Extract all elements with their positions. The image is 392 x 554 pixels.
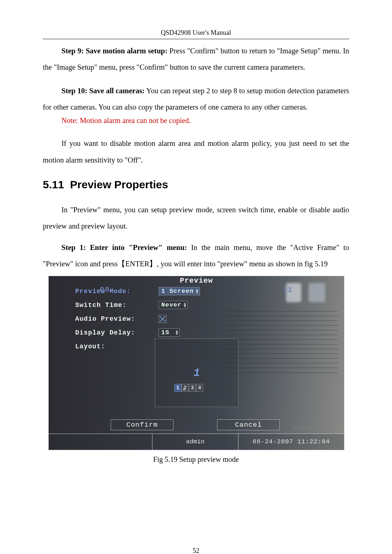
section-number: 5.11 — [43, 178, 64, 190]
select-switch-time[interactable]: Never ▲▼ — [159, 301, 188, 309]
select-value: 1 Screen — [161, 288, 194, 295]
select-value: 1S — [161, 329, 169, 336]
figure-caption: Fig 5.19 Setup preview mode — [48, 455, 344, 464]
select-value: Never — [161, 301, 181, 308]
page-number: 52 — [43, 547, 349, 554]
running-header: QSD42908 User's Manual — [43, 29, 349, 37]
spinner-icon: ▲▼ — [184, 303, 186, 308]
label-display-delay: Display Delay: — [75, 329, 155, 336]
layout-page-palette[interactable]: 1 2 3 4 — [174, 384, 203, 392]
label-switch-time: Switch Time: — [75, 301, 155, 309]
paragraph-step9: Step 9: Save motion alarm setup: Press "… — [43, 43, 349, 75]
status-user: admin — [152, 434, 238, 450]
select-preview-mode[interactable]: 1 Screen ▲▼ — [159, 287, 200, 295]
spinner-icon: ▲▼ — [196, 289, 199, 294]
checkbox-audio-preview[interactable] — [159, 315, 167, 323]
paragraph-step10: Step 10: Save all cameras: You can repea… — [43, 83, 349, 115]
step10-label: Step 10: Save all cameras: — [61, 87, 144, 95]
step9-label: Step 9: Save motion alarm setup: — [61, 47, 167, 55]
blur-artifact — [286, 283, 301, 302]
blur-artifact — [309, 283, 325, 302]
section-title: Preview Properties — [70, 178, 168, 190]
status-bar: admin 08-24-2007 11:22:04 — [49, 434, 344, 450]
confirm-button[interactable]: Confirm — [111, 419, 173, 431]
paragraph-disable: If you want to disable motion alarm area… — [43, 135, 349, 168]
header-rule — [43, 39, 349, 39]
cancel-button[interactable]: Cancel — [217, 419, 280, 431]
layout-number: 1 — [193, 367, 200, 379]
preview-menu-screenshot: Preview 08 11 Preview Mode: 1 Screen ▲▼ — [48, 276, 344, 450]
palette-4[interactable]: 4 — [196, 384, 203, 392]
label-audio-preview: Audio Preview: — [75, 315, 155, 323]
dialog-title: Preview — [49, 276, 344, 285]
background-artifact — [226, 311, 338, 415]
paragraph-step1: Step 1: Enter into "Preview" menu: In th… — [43, 239, 349, 272]
spinner-icon: ▲▼ — [176, 330, 178, 335]
select-display-delay[interactable]: 1S ▲▼ — [159, 328, 180, 337]
palette-3[interactable]: 3 — [189, 384, 196, 392]
label-layout: Layout: — [75, 343, 155, 350]
palette-2[interactable]: 2 — [181, 384, 189, 392]
layout-preview-box[interactable]: ◣ 1 — [155, 338, 238, 407]
paragraph-intro: In "Preview" menu, you can setup preview… — [43, 202, 349, 234]
step1-label: Step 1: Enter into "Preview" menu: — [61, 243, 187, 251]
section-heading: 5.11 Preview Properties — [43, 178, 349, 191]
label-preview-mode: Preview Mode: — [75, 288, 155, 295]
camera-osd-ghost: Camera 01 — [293, 424, 332, 432]
status-datetime: 08-24-2007 11:22:04 — [238, 434, 344, 450]
palette-1[interactable]: 1 — [174, 384, 181, 392]
